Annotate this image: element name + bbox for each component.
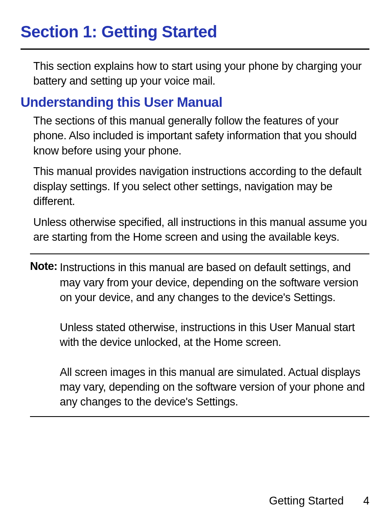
body-paragraph: The sections of this manual generally fo… [33, 113, 369, 158]
section-title: Section 1: Getting Started [21, 23, 369, 50]
note-block: Note: Instructions in this manual are ba… [30, 253, 369, 417]
page-number: 4 [363, 495, 369, 507]
note-paragraph: All screen images in this manual are sim… [60, 365, 370, 410]
body-paragraph: Unless otherwise specified, all instruct… [33, 215, 369, 245]
note-label: Note: [30, 260, 58, 273]
page-footer: Getting Started 4 [269, 495, 369, 507]
note-content: Instructions in this manual are based on… [60, 260, 370, 411]
note-paragraph: Unless stated otherwise, instructions in… [60, 320, 370, 350]
footer-label: Getting Started [269, 495, 344, 507]
body-paragraph: This manual provides navigation instruct… [33, 164, 369, 209]
subsection-title: Understanding this User Manual [21, 94, 369, 110]
section-intro: This section explains how to start using… [33, 59, 369, 89]
note-paragraph: Instructions in this manual are based on… [60, 260, 370, 305]
